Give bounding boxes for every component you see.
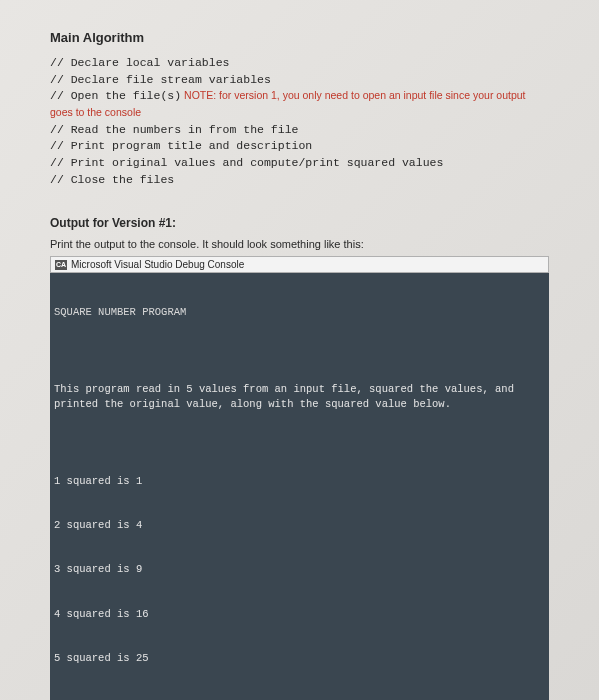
algorithm-comments: // Declare local variables // Declare fi… xyxy=(50,55,549,188)
comment-line: // Open the file(s) NOTE: for version 1,… xyxy=(50,88,549,121)
comment-line: // Close the files xyxy=(50,172,549,189)
program-title: SQUARE NUMBER PROGRAM xyxy=(54,305,545,320)
output-line: 5 squared is 25 xyxy=(54,651,545,666)
comment-line: // Declare file stream variables xyxy=(50,72,549,89)
comment-line: // Read the numbers in from the file xyxy=(50,122,549,139)
vs-icon: CA xyxy=(55,260,67,270)
console-titlebar: CA Microsoft Visual Studio Debug Console xyxy=(50,256,549,273)
comment-line: // Print original values and compute/pri… xyxy=(50,155,549,172)
output-line: 2 squared is 4 xyxy=(54,518,545,533)
main-heading: Main Algorithm xyxy=(50,30,549,45)
console-title: Microsoft Visual Studio Debug Console xyxy=(71,259,244,270)
output-line: 4 squared is 16 xyxy=(54,607,545,622)
output-line: 3 squared is 9 xyxy=(54,562,545,577)
comment-line: // Print program title and description xyxy=(50,138,549,155)
program-description: This program read in 5 values from an in… xyxy=(54,382,545,411)
output-line: 1 squared is 1 xyxy=(54,474,545,489)
comment-line: // Declare local variables xyxy=(50,55,549,72)
console-output: SQUARE NUMBER PROGRAM This program read … xyxy=(50,273,549,700)
v1-intro: Print the output to the console. It shou… xyxy=(50,238,549,250)
v1-heading: Output for Version #1: xyxy=(50,216,549,230)
